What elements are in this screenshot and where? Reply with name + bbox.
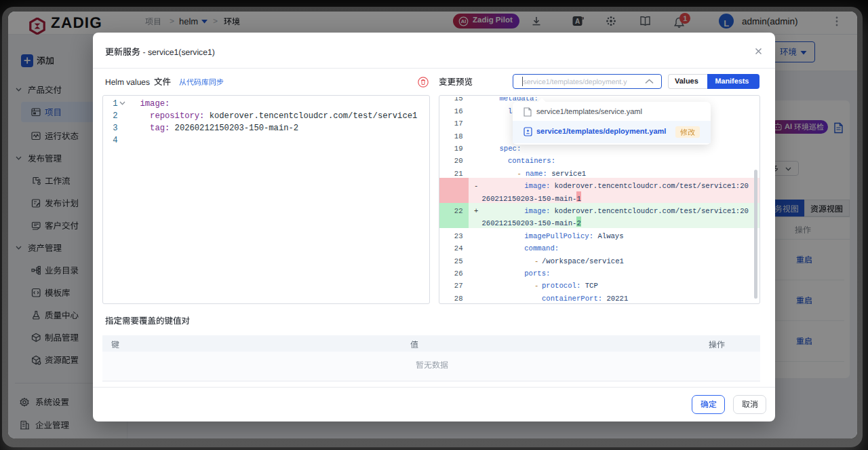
svg-text:23: 23 [454,232,463,240]
svg-text:image:: image: [140,99,170,109]
svg-text:1: 1 [113,99,117,109]
svg-text:-: - [534,282,538,290]
svg-text:22: 22 [454,207,463,215]
svg-text:containers:: containers: [508,157,555,165]
svg-text:27: 27 [454,282,463,290]
svg-text:imagePullPolicy:: imagePullPolicy: [524,232,593,240]
svg-text:25: 25 [454,257,463,265]
svg-text:20221: 20221 [607,295,629,303]
svg-text:Always: Always [597,232,623,240]
svg-text:15: 15 [454,97,463,102]
svg-text:-: - [474,182,478,190]
svg-text:19: 19 [454,145,463,153]
svg-text:3: 3 [113,124,117,133]
svg-text:image:: image: [524,182,550,190]
svg-text:name:: name: [526,170,547,178]
svg-text:2: 2 [576,219,580,227]
svg-text:21: 21 [454,170,463,178]
svg-text:4: 4 [113,136,117,145]
svg-text:2: 2 [113,111,117,121]
svg-text:protocol:: protocol: [542,282,580,290]
svg-text:260212150203-150-main-: 260212150203-150-main- [481,219,576,227]
svg-text:service1: service1 [551,170,586,178]
svg-text:+: + [474,207,478,215]
svg-text:repository:: repository: [150,111,204,121]
svg-text:ports:: ports: [524,269,550,278]
svg-text:24: 24 [454,244,463,252]
svg-text:16: 16 [454,107,463,115]
svg-text:17: 17 [454,119,463,128]
svg-text:tag:: tag: [150,124,170,133]
svg-text:image:: image: [524,207,550,215]
svg-text:-: - [517,170,521,178]
svg-text:spec:: spec: [500,145,521,153]
svg-text:26: 26 [454,269,463,278]
svg-text:/workspace/service1: /workspace/service1 [542,257,624,265]
svg-text:-: - [534,257,538,265]
svg-text:20260212150203-150-main-2: 20260212150203-150-main-2 [175,124,299,133]
svg-text:containerPort:: containerPort: [542,295,602,303]
svg-text:20: 20 [454,157,463,165]
svg-text:1: 1 [576,195,580,203]
svg-text:18: 18 [454,132,463,140]
svg-text:koderover.tencentcloudcr.com/t: koderover.tencentcloudcr.com/test/servic… [555,182,749,190]
svg-text:koderover.tencentcloudcr.com/t: koderover.tencentcloudcr.com/test/servic… [210,111,418,121]
svg-text:28: 28 [454,295,463,303]
svg-text:koderover.tencentcloudcr.com/t: koderover.tencentcloudcr.com/test/servic… [555,207,749,215]
svg-text:260212150203-150-main-: 260212150203-150-main- [481,195,576,203]
svg-text:command:: command: [524,244,559,252]
svg-text:TCP: TCP [585,282,598,290]
